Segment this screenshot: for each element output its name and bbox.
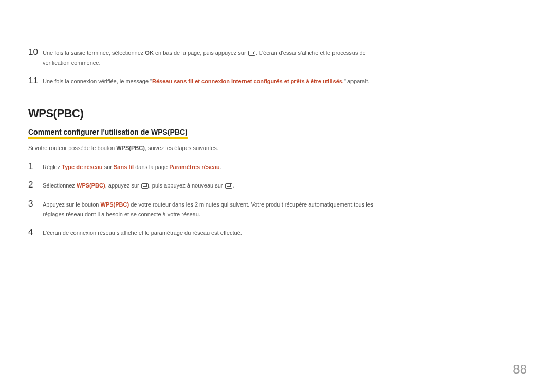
step-number: 4 <box>28 227 43 237</box>
step-body: Une fois la saisie terminée, sélectionne… <box>43 47 382 67</box>
page-number: 88 <box>513 362 527 377</box>
step-body: Sélectionnez WPS(PBC), appuyez sur , pui… <box>43 180 234 191</box>
step-item: 10Une fois la saisie terminée, sélection… <box>28 47 527 67</box>
step-body: Appuyez sur le bouton WPS(PBC) de votre … <box>43 199 382 219</box>
step-number: 3 <box>28 199 43 209</box>
bottom-step-list: 1Réglez Type de réseau sur Sans fil dans… <box>28 161 527 238</box>
step-number: 2 <box>28 180 43 190</box>
enter-icon <box>225 183 232 189</box>
step-body: Une fois la connexion vérifiée, le messa… <box>43 76 369 86</box>
top-step-list: 10Une fois la saisie terminée, sélection… <box>28 47 527 86</box>
step-item: 2Sélectionnez WPS(PBC), appuyez sur , pu… <box>28 180 527 191</box>
step-item: 11Une fois la connexion vérifiée, le mes… <box>28 76 527 86</box>
enter-icon <box>248 51 255 56</box>
step-number: 10 <box>28 47 43 58</box>
step-item: 1Réglez Type de réseau sur Sans fil dans… <box>28 161 527 172</box>
step-item: 3Appuyez sur le bouton WPS(PBC) de votre… <box>28 199 527 219</box>
step-item: 4L'écran de connexion réseau s'affiche e… <box>28 227 527 238</box>
header-rule <box>28 31 527 33</box>
step-body: L'écran de connexion réseau s'affiche et… <box>43 227 242 238</box>
step-number: 11 <box>28 76 43 86</box>
sub-heading: Comment configurer l'utilisation de WPS(… <box>28 128 188 139</box>
step-number: 1 <box>28 161 43 172</box>
intro-text: Si votre routeur possède le bouton WPS(P… <box>28 144 527 153</box>
enter-icon <box>141 183 149 189</box>
section-title: WPS(PBC) <box>28 107 527 120</box>
step-body: Réglez Type de réseau sur Sans fil dans … <box>43 161 221 172</box>
